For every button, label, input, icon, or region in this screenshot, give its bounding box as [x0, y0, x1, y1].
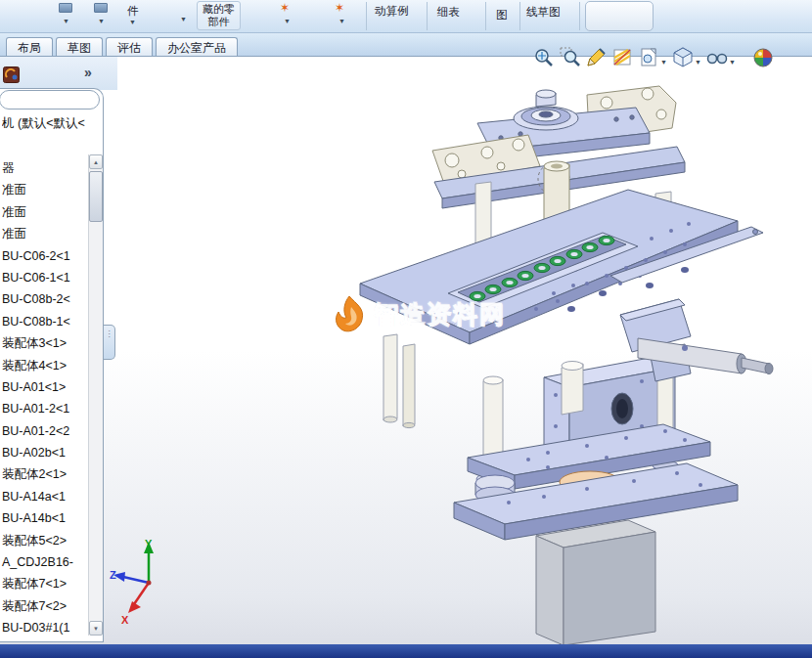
- watermark-text: 智造资料网: [374, 298, 506, 330]
- hidden-components-line2: 部件: [208, 16, 230, 27]
- triad-z-label: Z: [110, 569, 116, 581]
- dropdown-arrow-icon[interactable]: ▼: [63, 18, 69, 24]
- heads-up-view-toolbar: ▼ ▼ ▼: [530, 43, 777, 72]
- tree-item[interactable]: A_CDJ2B16-: [0, 551, 87, 573]
- tree-item[interactable]: 装配体4<1>: [0, 355, 87, 376]
- scroll-down-icon[interactable]: ▼: [89, 621, 103, 636]
- triad-x-label: X: [121, 614, 129, 626]
- section-view-icon[interactable]: [583, 45, 609, 71]
- dropdown-arrow-icon[interactable]: ▼: [284, 18, 291, 24]
- ribbon-button-view[interactable]: 图: [496, 8, 508, 22]
- watermark-flame-icon: [329, 293, 370, 334]
- triad-y-label: Y: [145, 538, 153, 549]
- ribbon-button-motion-study[interactable]: 动算例: [375, 4, 409, 19]
- tree-item[interactable]: 装配体2<1>: [0, 463, 87, 485]
- orientation-triad: Y Z X: [108, 536, 190, 626]
- status-bar: [0, 644, 812, 658]
- hide-show-items-icon[interactable]: [704, 45, 731, 71]
- panel-expand-chevrons-icon[interactable]: »: [84, 65, 92, 80]
- tree-item[interactable]: BU-C08b-1<: [0, 311, 87, 332]
- panel-splitter-handle[interactable]: ⋮: [104, 325, 115, 360]
- tree-item[interactable]: BU-A14b<1: [0, 507, 87, 529]
- toolbar-icon[interactable]: [94, 3, 108, 13]
- tree-item[interactable]: 准面: [0, 179, 87, 200]
- ribbon-separator: [427, 2, 428, 30]
- command-tab[interactable]: 办公室产品: [156, 37, 238, 56]
- tree-item[interactable]: 装配体7<1>: [0, 573, 87, 594]
- feature-tree-tab-header[interactable]: [0, 90, 100, 110]
- tree-item[interactable]: BU-A02b<1: [0, 442, 87, 463]
- appearances-sphere-icon[interactable]: [750, 45, 777, 71]
- reference-geometry-icon[interactable]: ✶: [335, 2, 344, 14]
- draft-analysis-icon[interactable]: [609, 45, 636, 71]
- document-icon: [3, 66, 20, 83]
- view-orientation-icon[interactable]: [636, 45, 662, 71]
- tree-item[interactable]: BU-A14a<1: [0, 486, 87, 507]
- ribbon-separator: [519, 2, 520, 30]
- scroll-up-icon[interactable]: ▲: [89, 154, 103, 169]
- dropdown-arrow-icon[interactable]: ▼: [660, 59, 667, 66]
- feature-tree-panel: 机 (默认<默认< 器准面准面准面BU-C06-2<1BU-C06-1<1BU-…: [0, 88, 104, 642]
- tree-scrollbar[interactable]: ▲ ▼: [88, 154, 103, 636]
- dropdown-arrow-icon[interactable]: ▼: [338, 18, 345, 24]
- dropdown-arrow-icon[interactable]: ▼: [98, 18, 105, 24]
- tree-item[interactable]: 器: [0, 157, 87, 179]
- scrollbar-thumb[interactable]: [89, 171, 103, 222]
- assembly-features-icon[interactable]: ✶: [280, 2, 290, 14]
- tree-root-item[interactable]: 机 (默认<默认<: [2, 115, 88, 132]
- hidden-components-line1: 藏的零: [203, 3, 235, 15]
- tab-list: 布局草图评估办公室产品: [6, 37, 241, 56]
- dropdown-arrow-icon[interactable]: ▼: [180, 16, 187, 22]
- ribbon-button-sketch[interactable]: 线草图: [526, 5, 561, 20]
- ribbon-button-hidden-components[interactable]: 藏的零 部件: [197, 1, 241, 30]
- ribbon-separator: [485, 2, 486, 30]
- tree-item[interactable]: BU-C06-2<1: [0, 245, 87, 267]
- zoom-to-fit-icon[interactable]: [530, 45, 557, 71]
- solidworks-window: ▼ ▼ 件 ▼ ▼ 藏的零 部件 ✶ ▼ ✶ ▼ 动算例 细表 图 线草图 布局…: [0, 0, 812, 658]
- tree-item[interactable]: 准面: [0, 201, 87, 223]
- command-tab[interactable]: 布局: [6, 37, 53, 56]
- tree-item[interactable]: BU-A01-2<1: [0, 398, 87, 419]
- zoom-to-area-icon[interactable]: [557, 45, 583, 71]
- tree-item[interactable]: 装配体7<2>: [0, 595, 87, 617]
- toolbar-icon[interactable]: [59, 3, 72, 13]
- tree-item[interactable]: BU-D03#1(1: [0, 617, 87, 638]
- ribbon-button-component[interactable]: 件: [127, 4, 139, 19]
- tree-item[interactable]: BU-C08b-2<: [0, 288, 87, 310]
- tree-item[interactable]: BU-A01<1>: [0, 376, 87, 398]
- dropdown-arrow-icon[interactable]: ▼: [729, 59, 736, 66]
- ribbon-separator: [366, 2, 367, 30]
- tree-item[interactable]: BU-A01-2<2: [0, 420, 87, 442]
- tree-item[interactable]: 装配体3<1>: [0, 332, 87, 354]
- display-style-icon[interactable]: [670, 45, 697, 71]
- dropdown-arrow-icon[interactable]: ▼: [695, 59, 701, 66]
- command-tab[interactable]: 草图: [56, 37, 103, 56]
- ribbon-large-button[interactable]: [585, 1, 654, 31]
- ribbon-button-bom[interactable]: 细表: [437, 5, 460, 20]
- tree-item[interactable]: BU-C06-1<1: [0, 267, 87, 288]
- feature-tree-list: 器准面准面准面BU-C06-2<1BU-C06-1<1BU-C08b-2<BU-…: [0, 157, 87, 640]
- tree-item[interactable]: 装配体5<2>: [0, 530, 87, 551]
- watermark: 智造资料网: [329, 293, 506, 334]
- command-tab[interactable]: 评估: [106, 37, 153, 56]
- ribbon-toolbar: ▼ ▼ 件 ▼ ▼ 藏的零 部件 ✶ ▼ ✶ ▼ 动算例 细表 图 线草图: [0, 0, 812, 33]
- ribbon-separator: [579, 2, 580, 30]
- tree-item[interactable]: 准面: [0, 223, 87, 244]
- dropdown-arrow-icon[interactable]: ▼: [129, 19, 136, 25]
